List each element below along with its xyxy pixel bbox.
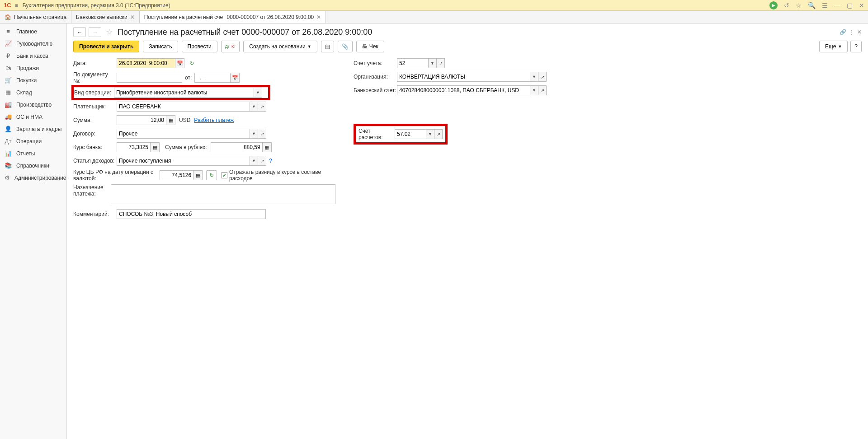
favorite-icon[interactable]: ☆: [106, 27, 113, 37]
sidebar-item-reports[interactable]: 📊Отчеты: [0, 147, 66, 159]
help-button[interactable]: ?: [850, 41, 862, 52]
cart-icon: 🛒: [5, 77, 12, 84]
date-field[interactable]: [117, 58, 175, 68]
open-icon[interactable]: ↗: [538, 85, 547, 95]
tab-bank-statements[interactable]: Банковские выписки ✕: [71, 11, 140, 23]
history-icon[interactable]: ↺: [784, 2, 789, 9]
create-based-button[interactable]: Создать на основании ▼: [243, 41, 317, 52]
calculator-icon[interactable]: ▦: [193, 170, 203, 180]
sidebar-item-main[interactable]: ≡Главное: [0, 25, 66, 37]
open-icon[interactable]: ↗: [258, 102, 266, 112]
calculator-icon[interactable]: ▦: [263, 142, 272, 152]
calculator-icon[interactable]: ▦: [166, 115, 175, 125]
open-icon[interactable]: ↗: [437, 58, 445, 68]
sidebar-label: Отчеты: [16, 150, 35, 157]
dropdown-icon[interactable]: ▼: [254, 88, 262, 98]
sidebar-item-hr[interactable]: 👤Зарплата и кадры: [0, 123, 66, 135]
bank-account-label: Банковский счет:: [354, 87, 397, 93]
amount-rub-field[interactable]: [211, 142, 263, 152]
purpose-label: Назначение платежа:: [73, 184, 111, 197]
refresh-button[interactable]: ↻: [206, 170, 217, 180]
sidebar-label: Операции: [16, 138, 42, 145]
sidebar-item-admin[interactable]: ⚙Администрирование: [0, 172, 66, 184]
sidebar-item-warehouse[interactable]: ▦Склад: [0, 86, 66, 98]
dropdown-icon[interactable]: ▼: [530, 85, 538, 95]
split-payment-link[interactable]: Разбить платеж: [194, 117, 234, 123]
purpose-field[interactable]: [111, 184, 335, 204]
menu-icon[interactable]: ≡: [15, 2, 18, 9]
date-action-icon[interactable]: ↻: [187, 58, 196, 68]
sidebar-item-operations[interactable]: ДтОперации: [0, 135, 66, 147]
from-date-field[interactable]: [194, 73, 231, 83]
docnum-field[interactable]: [117, 73, 182, 83]
payer-field[interactable]: [117, 102, 250, 112]
sidebar-item-bank[interactable]: ₽Банк и касса: [0, 50, 66, 62]
filter-icon[interactable]: ☰: [822, 2, 828, 9]
tab-close-icon[interactable]: ✕: [316, 14, 321, 20]
help-link-icon[interactable]: ?: [269, 158, 272, 164]
operation-type-field[interactable]: [114, 88, 254, 98]
sidebar-label: Справочники: [16, 163, 49, 169]
star-icon[interactable]: ☆: [796, 2, 802, 9]
related-button[interactable]: ▤: [321, 41, 334, 52]
sidebar-item-sales[interactable]: 🛍Продажи: [0, 62, 66, 74]
save-button[interactable]: Записать: [143, 41, 178, 52]
sidebar-item-purchases[interactable]: 🛒Покупки: [0, 74, 66, 86]
income-item-field[interactable]: [117, 156, 250, 166]
calculator-icon[interactable]: ▦: [151, 142, 160, 152]
dtkt-button[interactable]: ДтКт: [221, 41, 240, 52]
tab-home[interactable]: 🏠 Начальная страница: [0, 11, 71, 23]
cheque-button[interactable]: 🖶 Чек: [356, 41, 384, 52]
close-icon[interactable]: ✕: [859, 2, 864, 9]
minimize-icon[interactable]: —: [834, 2, 840, 9]
contract-field[interactable]: [117, 129, 250, 139]
post-button[interactable]: Провести: [182, 41, 217, 52]
comment-label: Комментарий:: [73, 211, 117, 217]
settlement-acct-field[interactable]: [395, 129, 426, 139]
app-title: Бухгалтерия предприятия, редакция 3.0 (1…: [23, 2, 170, 9]
docnum-label: По документу №:: [73, 71, 117, 84]
cb-rate-field[interactable]: [160, 170, 193, 180]
calendar-icon[interactable]: 📅: [175, 58, 184, 68]
back-button[interactable]: ←: [73, 27, 86, 37]
post-close-button[interactable]: Провести и закрыть: [73, 41, 139, 52]
tab-close-icon[interactable]: ✕: [130, 14, 135, 20]
books-icon: 📚: [5, 162, 12, 169]
close-page-icon[interactable]: ✕: [857, 29, 862, 35]
dropdown-icon[interactable]: ▼: [426, 129, 434, 139]
attach-button[interactable]: 📎: [338, 41, 353, 52]
calendar-icon[interactable]: 📅: [231, 73, 240, 83]
maximize-icon[interactable]: ▢: [847, 2, 853, 9]
open-icon[interactable]: ↗: [258, 156, 266, 166]
link-icon[interactable]: 🔗: [840, 29, 846, 35]
open-icon[interactable]: ↗: [538, 72, 547, 82]
notification-icon[interactable]: ▶: [769, 1, 778, 9]
tab-receipt[interactable]: Поступление на расчетный счет 0000-00000…: [140, 11, 326, 23]
amount-field[interactable]: [117, 115, 166, 125]
sidebar-item-refs[interactable]: 📚Справочники: [0, 159, 66, 172]
forward-button[interactable]: →: [89, 27, 101, 37]
bank-rate-field[interactable]: [117, 142, 151, 152]
sidebar-item-manager[interactable]: 📈Руководителю: [0, 37, 66, 50]
open-icon[interactable]: ↗: [434, 129, 443, 139]
sidebar-label: Покупки: [16, 77, 37, 84]
sidebar-item-assets[interactable]: 🚚ОС и НМА: [0, 111, 66, 123]
amount-rub-label: Сумма в рублях:: [165, 144, 207, 150]
dropdown-icon[interactable]: ▼: [250, 102, 258, 112]
dropdown-icon[interactable]: ▼: [530, 72, 538, 82]
account-field[interactable]: [397, 58, 429, 68]
page-title: Поступление на расчетный счет 0000-00000…: [118, 28, 372, 37]
sidebar-item-production[interactable]: 🏭Производство: [0, 98, 66, 111]
bank-account-field[interactable]: [397, 85, 530, 95]
more-button[interactable]: Еще ▼: [819, 41, 848, 52]
organization-field[interactable]: [397, 72, 530, 82]
dropdown-icon[interactable]: ▼: [250, 156, 258, 166]
dropdown-icon[interactable]: ▼: [429, 58, 437, 68]
dropdown-icon[interactable]: ▼: [250, 129, 258, 139]
reflect-diff-checkbox[interactable]: ✓: [222, 172, 227, 178]
comment-field[interactable]: [117, 209, 266, 219]
tab-label: Поступление на расчетный счет 0000-00000…: [144, 14, 314, 20]
more-icon[interactable]: ⋮: [849, 29, 854, 35]
open-icon[interactable]: ↗: [258, 129, 266, 139]
search-icon[interactable]: 🔍: [808, 2, 816, 9]
